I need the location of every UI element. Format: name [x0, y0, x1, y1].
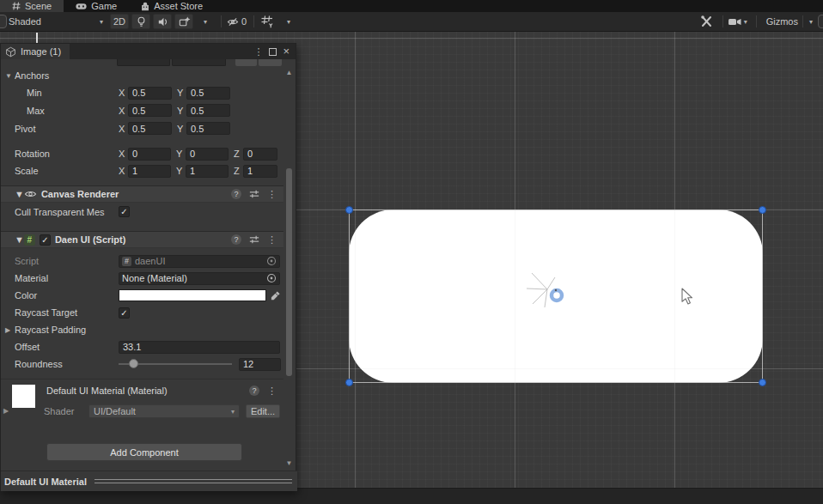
scale-z-input[interactable]: 1	[243, 165, 277, 178]
anchor-dot-icon	[555, 289, 557, 291]
daen-ui-header[interactable]: ▼ # ✓ Daen UI (Script) ? ⋮	[1, 231, 288, 248]
grid-dropdown[interactable]: ▾	[279, 14, 298, 29]
object-picker-icon[interactable]	[266, 256, 277, 266]
rect-handle-top-right[interactable]	[759, 206, 766, 214]
pivot-x-input[interactable]: 0.5	[128, 122, 172, 135]
rect-handle-top-left[interactable]	[345, 206, 353, 214]
footer-resize-lines[interactable]	[94, 479, 292, 483]
tab-scene[interactable]: Scene	[0, 0, 64, 12]
offset-input[interactable]: 33.1	[119, 341, 280, 354]
color-swatch[interactable]	[119, 289, 266, 301]
kebab-menu-icon[interactable]: ⋮	[267, 235, 277, 244]
scroll-down-icon[interactable]: ▼	[283, 459, 295, 467]
tab-game[interactable]: Game	[64, 0, 129, 12]
script-row: Script # daenUI	[1, 252, 288, 270]
rotation-z-input[interactable]: 0	[243, 148, 277, 161]
scene-effects-button[interactable]	[174, 14, 193, 29]
presets-icon[interactable]	[249, 234, 259, 245]
cull-transparent-mesh-checkbox[interactable]: ✓	[119, 206, 130, 217]
header-icons: ? ⋮	[231, 189, 288, 199]
tools-icon	[699, 15, 714, 28]
scene-effects-dropdown[interactable]: ▾	[196, 14, 215, 29]
inspector-scrollbar[interactable]: ▲ ▼	[283, 67, 295, 469]
rect-handle-bottom-right[interactable]	[759, 379, 766, 386]
default-ui-material-block: Default UI Material (Material) ? ⋮ ▶ Sha…	[1, 379, 288, 420]
camera-settings-button[interactable]: ▾	[727, 14, 750, 29]
raycast-padding-row[interactable]: ▶ Raycast Padding	[1, 321, 288, 338]
inspector-tab[interactable]: Image (1)	[1, 44, 70, 59]
close-icon[interactable]: ×	[283, 47, 290, 56]
raycast-target-checkbox[interactable]: ✓	[119, 307, 130, 319]
canvas-renderer-title: Canvas Renderer	[41, 189, 119, 199]
inspector-titlebar[interactable]: Image (1) ⋮ ×	[1, 44, 296, 59]
anchors-max-y-input[interactable]: 0.5	[186, 104, 230, 117]
window-menu-icon[interactable]: ⋮	[253, 47, 263, 56]
roundness-row: Roundness 12	[1, 355, 288, 373]
object-picker-icon[interactable]	[266, 273, 277, 283]
2d-toggle-button[interactable]: 2D	[110, 14, 129, 29]
scale-row: Scale X 1 Y 1 Z 1	[1, 162, 288, 179]
axis-y-label: Y	[176, 149, 186, 159]
pivot-gizmo[interactable]	[515, 266, 576, 318]
foldout-closed-icon[interactable]: ▶	[3, 407, 9, 415]
presets-icon[interactable]	[249, 189, 259, 199]
help-icon[interactable]: ?	[231, 234, 241, 245]
hidden-count: 0	[241, 16, 247, 27]
help-icon[interactable]: ?	[231, 189, 241, 199]
rotation-x-input[interactable]: 0	[128, 148, 171, 161]
shader-edit-button[interactable]: Edit...	[246, 404, 280, 418]
shader-label: Shader	[44, 406, 74, 416]
script-object-field[interactable]: # daenUI	[119, 255, 280, 268]
search-field-fragment[interactable]	[818, 15, 823, 28]
grid-axis-icon	[260, 15, 274, 28]
anchors-min-x-input[interactable]: 0.5	[128, 87, 172, 100]
toolbar-right-cluster: ▾ Gizmos ▾	[698, 14, 823, 29]
rect-handle-bottom-left[interactable]	[345, 379, 353, 386]
scene-lighting-button[interactable]	[131, 14, 150, 29]
min-label: Min	[27, 88, 119, 98]
shader-value: UI/Default	[94, 406, 136, 416]
axis-y-label: Y	[177, 124, 186, 134]
kebab-menu-icon[interactable]: ⋮	[267, 190, 277, 198]
roundness-slider[interactable]	[119, 363, 232, 365]
draw-mode-dropdown[interactable]: Shaded ▾	[0, 14, 110, 29]
help-icon[interactable]: ?	[249, 386, 259, 396]
roundness-value-input[interactable]: 12	[239, 358, 281, 371]
chevron-down-icon: ▾	[100, 18, 103, 26]
eyedropper-icon[interactable]	[270, 290, 281, 301]
asset-store-bag-icon	[141, 2, 149, 11]
inspector-footer: Default UI Material	[1, 471, 297, 491]
scale-y-input[interactable]: 1	[186, 165, 229, 178]
slider-handle[interactable]	[129, 359, 138, 368]
scene-visibility-button[interactable]: 0	[225, 14, 247, 29]
scroll-up-icon[interactable]: ▲	[283, 69, 295, 76]
footer-material-label: Default UI Material	[4, 477, 87, 487]
kebab-menu-icon[interactable]: ⋮	[267, 386, 277, 395]
pivot-y-input[interactable]: 0.5	[186, 122, 230, 135]
unity-editor: Scene Game Asset Store Shaded ▾ 2D	[0, 0, 823, 504]
view-tabbar: Scene Game Asset Store	[0, 0, 823, 12]
inspector-title: Image (1)	[21, 46, 61, 57]
material-object-field[interactable]: None (Material)	[119, 272, 280, 285]
scrollbar-thumb[interactable]	[286, 168, 292, 376]
canvas-renderer-header[interactable]: ▼ Canvas Renderer ? ⋮	[1, 185, 288, 203]
anchors-min-y-input[interactable]: 0.5	[186, 87, 230, 100]
material-preview-swatch[interactable]	[12, 385, 35, 408]
gizmos-dropdown[interactable]: Gizmos ▾	[760, 14, 820, 29]
scene-audio-button[interactable]	[153, 14, 172, 29]
shader-dropdown[interactable]: UI/Default ▾	[88, 404, 240, 418]
inspector-window: Image (1) ⋮ × ▼ Anchors Min X 0.5	[0, 43, 296, 491]
anchors-foldout-row[interactable]: ▼ Anchors	[1, 67, 288, 84]
tab-asset-store[interactable]: Asset Store	[129, 0, 215, 12]
anchors-max-x-input[interactable]: 0.5	[128, 104, 172, 117]
add-component-button[interactable]: Add Component	[46, 443, 242, 461]
component-enabled-checkbox[interactable]: ✓	[40, 234, 51, 246]
rotation-y-input[interactable]: 0	[186, 148, 229, 161]
grid-visibility-button[interactable]	[258, 14, 277, 29]
header-icons: ? ⋮	[249, 386, 277, 396]
scale-x-input[interactable]: 1	[128, 165, 171, 178]
component-tools-button[interactable]	[698, 14, 716, 29]
effects-icon	[178, 15, 191, 28]
pivot-ring-icon	[552, 290, 562, 301]
maximize-icon[interactable]	[269, 48, 277, 56]
